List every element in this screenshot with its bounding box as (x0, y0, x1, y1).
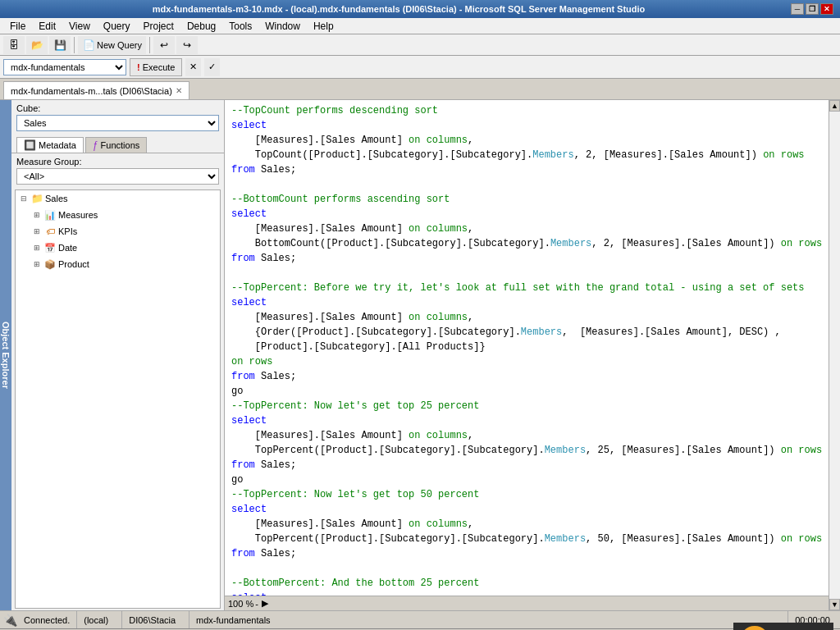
zoom-minus[interactable]: - (255, 599, 258, 609)
cube-selector[interactable]: Sales (16, 115, 219, 131)
tree-item-sales[interactable]: ⊟ 📁 Sales (16, 190, 220, 207)
minimize-button[interactable]: ─ (791, 3, 804, 15)
code-line: go (231, 386, 243, 397)
window-controls: ─ ❐ ✕ (791, 3, 833, 15)
separator1 (74, 37, 75, 53)
scroll-down[interactable]: ▼ (829, 599, 840, 610)
code-line: TopPercent([Product].[Subcategory].[Subc… (231, 445, 822, 456)
cube-area: Cube: Sales (11, 100, 224, 135)
connected-label: Connected. (24, 615, 70, 625)
date-icon: 📅 (43, 241, 57, 254)
measure-group-area: Measure Group: <All> (11, 153, 224, 188)
menu-debug[interactable]: Debug (180, 19, 222, 34)
menu-view[interactable]: View (62, 19, 97, 34)
exclamation-icon: ! (137, 62, 140, 72)
menu-file[interactable]: File (3, 19, 32, 34)
pluralsight-logo: pluralsight (733, 623, 833, 631)
cancel-button[interactable]: ✕ (185, 58, 201, 76)
menu-help[interactable]: Help (307, 19, 340, 34)
execute-label: Execute (143, 62, 176, 72)
zoom-plus[interactable]: ▶ (262, 598, 268, 609)
expand-measures[interactable]: ⊞ (32, 210, 42, 220)
ps-circle (740, 626, 769, 631)
object-explorer-panel[interactable]: Object Explorer (0, 100, 11, 610)
code-line: from Sales; (231, 548, 296, 559)
user-info: DI06\Stacia (121, 611, 182, 628)
code-line: select (231, 297, 267, 308)
close-button[interactable]: ✕ (820, 3, 833, 15)
functions-tab[interactable]: ƒ Functions (85, 137, 147, 153)
code-line: on rows (231, 356, 272, 368)
editor-tab[interactable]: mdx-fundamentals-m...tals (DI06\Stacia) … (3, 81, 189, 99)
tree-item-product[interactable]: ⊞ 📦 Product (16, 256, 220, 272)
right-scrollbar[interactable]: ▲ ▼ (829, 100, 840, 610)
scroll-track[interactable] (829, 112, 840, 599)
editor-area: --TopCount performs descending sort sele… (225, 100, 829, 610)
scroll-up[interactable]: ▲ (829, 100, 840, 112)
metadata-label: Metadata (39, 140, 76, 150)
menu-tools[interactable]: Tools (222, 19, 258, 34)
functions-label: Functions (101, 140, 140, 150)
code-line: [Product].[Subcategory].[All Products]} (231, 341, 486, 353)
db-info: mdx-fundamentals (189, 611, 277, 628)
code-editor[interactable]: --TopCount performs descending sort sele… (225, 100, 829, 596)
redo-button[interactable]: ↪ (176, 36, 198, 54)
code-line: --TopPercent: Now let's get top 25 perce… (231, 400, 479, 412)
code-line: TopPercent([Product].[Subcategory].[Subc… (231, 533, 822, 545)
server-info: (local) (76, 611, 115, 628)
metadata-tab[interactable]: 🔲 Metadata (16, 137, 84, 153)
menu-query[interactable]: Query (97, 19, 137, 34)
zoom-value: 100 % (228, 599, 253, 609)
position-info: Ln 1 Col 1 Ch 1 pluralsight (634, 623, 833, 631)
expand-kpis[interactable]: ⊞ (32, 226, 42, 236)
db-icon: 🗄 (7, 39, 21, 52)
restore-button[interactable]: ❐ (806, 3, 819, 15)
tree-item-date[interactable]: ⊞ 📅 Date (16, 240, 220, 256)
execute-button[interactable]: ! Execute (130, 58, 182, 76)
code-line: go (231, 474, 243, 486)
save-button[interactable]: 💾 (49, 36, 71, 54)
menu-window[interactable]: Window (258, 19, 307, 34)
title-text: mdx-fundamentals-m3-10.mdx - (local).mdx… (7, 4, 791, 14)
product-icon: 📦 (43, 258, 57, 271)
tree-item-measures[interactable]: ⊞ 📊 Measures (16, 207, 220, 223)
expand-date[interactable]: ⊞ (32, 243, 42, 253)
measure-group-label: Measure Group: (16, 157, 219, 167)
toolbar1: 🗄 📂 💾 📄 New Query ↩ ↪ (0, 34, 840, 56)
new-query-button[interactable]: 📄 New Query (78, 36, 146, 54)
menu-project[interactable]: Project (137, 19, 180, 34)
tab-close-button[interactable]: ✕ (176, 86, 182, 95)
menu-edit[interactable]: Edit (32, 19, 62, 34)
object-explorer-label: Object Explorer (1, 322, 11, 389)
new-db-button[interactable]: 🗄 (3, 36, 25, 54)
undo-button[interactable]: ↩ (153, 36, 175, 54)
code-line: select (231, 120, 267, 131)
code-line: from Sales; (231, 164, 296, 176)
code-line: TopCount([Product].[Subcategory].[Subcat… (231, 149, 805, 161)
parse-button[interactable]: ✓ (204, 58, 220, 76)
expand-product[interactable]: ⊞ (32, 259, 42, 269)
code-line: [Measures].[Sales Amount] on columns, (231, 430, 473, 441)
code-line: --TopPercent: Now let's get top 50 perce… (231, 489, 479, 500)
measure-group-selector[interactable]: <All> (16, 168, 219, 185)
kpis-icon: 🏷 (43, 225, 57, 238)
code-line: [Measures].[Sales Amount] on columns, (231, 223, 473, 235)
tree-item-kpis[interactable]: ⊞ 🏷 KPIs (16, 223, 220, 240)
database-selector[interactable]: mdx-fundamentals (3, 59, 126, 75)
code-line: select (231, 504, 267, 515)
code-line: select (231, 208, 267, 220)
folder-icon: 📁 (30, 192, 43, 205)
open-button[interactable]: 📂 (26, 36, 48, 54)
separator2 (149, 37, 150, 53)
meta-tabs: 🔲 Metadata ƒ Functions (11, 135, 224, 153)
code-line: {Order([Product].[Subcategory].[Subcateg… (231, 326, 781, 338)
code-line: from Sales; (231, 253, 296, 264)
code-line: from Sales; (231, 459, 296, 471)
tab-bar: mdx-fundamentals-m...tals (DI06\Stacia) … (0, 79, 840, 100)
expand-sales[interactable]: ⊟ (19, 194, 29, 203)
main-content: Object Explorer Cube: Sales 🔲 Metadata ƒ… (0, 100, 840, 610)
code-line: [Measures].[Sales Amount] on columns, (231, 135, 473, 146)
code-line: BottomCount([Product].[Subcategory].[Sub… (231, 238, 822, 249)
title-bar: mdx-fundamentals-m3-10.mdx - (local).mdx… (0, 0, 840, 18)
metadata-icon: 🔲 (24, 139, 36, 151)
